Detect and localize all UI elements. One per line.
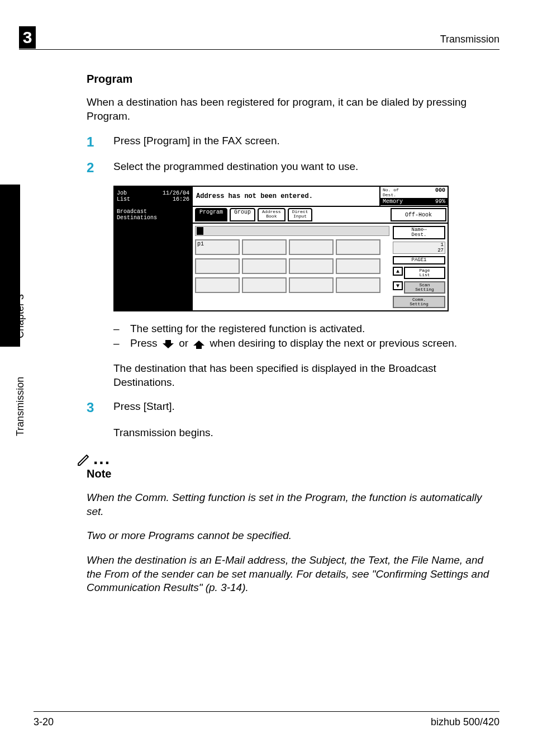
page-footer: 3-20 bizhub 500/420 bbox=[34, 711, 499, 728]
lcd-program-slot[interactable] bbox=[195, 258, 240, 274]
lcd-broadcast-label: Broadcast Destinations bbox=[115, 207, 193, 223]
lcd-page-up-button[interactable]: ▲ bbox=[393, 267, 403, 276]
lcd-program-slot[interactable] bbox=[289, 239, 334, 255]
after-bullets-paragraph: The destination that has been specified … bbox=[113, 362, 500, 389]
bullet-item: – The setting for the registered functio… bbox=[113, 322, 500, 336]
lcd-right-panel: Name↔ Dest. 1 27 PAGE1 ▲ Page List ▼ Sca… bbox=[392, 224, 448, 310]
lcd-tab-group[interactable]: Group bbox=[230, 208, 255, 221]
lcd-program-slot[interactable] bbox=[336, 258, 380, 274]
pencil-icon bbox=[75, 451, 91, 466]
lcd-datetime: 11/26/04 16:26 bbox=[163, 190, 189, 202]
bullet-1-text: The setting for the registered function … bbox=[130, 322, 500, 336]
running-header: Transmission bbox=[440, 34, 499, 45]
lcd-broadcast-panel bbox=[115, 224, 193, 310]
lcd-tab-program[interactable]: Program bbox=[195, 208, 227, 221]
lcd-program-slot[interactable] bbox=[242, 258, 287, 274]
lcd-program-slot[interactable] bbox=[336, 277, 380, 293]
side-label-section: Transmission bbox=[15, 377, 26, 436]
lcd-job-list[interactable]: Job List 11/26/04 16:26 bbox=[115, 187, 193, 206]
svg-rect-0 bbox=[165, 340, 171, 343]
step-2-text: Select the programmed destination you wa… bbox=[113, 160, 500, 174]
step-3-text: Press [Start]. bbox=[113, 400, 500, 414]
note-heading: Note bbox=[87, 467, 500, 480]
lcd-tab-direct-input[interactable]: Direct Input bbox=[288, 208, 313, 221]
lcd-program-grid: p1 bbox=[193, 224, 392, 310]
lcd-tab-row: Program Group Address Book Direct Input bbox=[193, 207, 389, 223]
svg-marker-2 bbox=[193, 341, 204, 346]
step-1: 1 Press [Program] in the FAX screen. bbox=[87, 134, 500, 150]
lcd-address-message: Address has not been entered. bbox=[193, 187, 380, 206]
step-3-result: Transmission begins. bbox=[113, 426, 500, 440]
lcd-program-slot[interactable] bbox=[289, 277, 334, 293]
lcd-off-hook-button[interactable]: Off-Hook bbox=[391, 208, 446, 221]
side-label-chapter: Chapter 3 bbox=[15, 294, 26, 338]
heading-program: Program bbox=[87, 73, 500, 86]
step-number-3: 3 bbox=[87, 400, 113, 415]
lcd-page-counter: 1 27 bbox=[393, 242, 445, 254]
lcd-name-dest-toggle[interactable]: Name↔ Dest. bbox=[393, 226, 445, 239]
svg-marker-1 bbox=[163, 343, 174, 348]
step-number-1: 1 bbox=[87, 134, 113, 150]
lcd-program-slot[interactable] bbox=[336, 239, 380, 255]
step-2: 2 Select the programmed destination you … bbox=[87, 160, 500, 176]
lcd-job-label: Job List bbox=[117, 190, 130, 202]
lcd-tab-address-book[interactable]: Address Book bbox=[258, 208, 285, 221]
note-icon: ... bbox=[75, 451, 500, 466]
lcd-dest-count: 000 bbox=[435, 187, 445, 197]
lcd-page-list-button[interactable]: Page List bbox=[404, 267, 445, 279]
note-2: Two or more Programs cannot be specified… bbox=[87, 529, 500, 543]
lcd-status-block: No. of Dest. 000 Memory 99% bbox=[380, 187, 448, 206]
lcd-memory-value: 99% bbox=[435, 199, 445, 205]
lcd-page-down-button[interactable]: ▼ bbox=[393, 281, 403, 290]
step-number-2: 2 bbox=[87, 160, 113, 176]
lcd-search-input[interactable] bbox=[195, 226, 389, 236]
main-content: Program When a destination has been regi… bbox=[87, 67, 500, 604]
lcd-memory-label: Memory bbox=[383, 199, 403, 205]
chapter-number-badge: 3 bbox=[19, 26, 36, 49]
lcd-program-slot[interactable] bbox=[242, 239, 287, 255]
lcd-dest-label: No. of Dest. bbox=[383, 187, 399, 197]
lcd-comm-setting-button[interactable]: Comm. Setting bbox=[393, 296, 445, 308]
lcd-program-slot[interactable] bbox=[242, 277, 287, 293]
bullet-item: – Press or when desiring to display the … bbox=[113, 336, 500, 351]
note-1: When the Comm. Setting function is set i… bbox=[87, 491, 500, 518]
lcd-program-slot[interactable] bbox=[195, 277, 240, 293]
intro-paragraph: When a destination has been registered f… bbox=[87, 96, 500, 123]
footer-model: bizhub 500/420 bbox=[431, 716, 499, 728]
svg-rect-3 bbox=[196, 346, 202, 349]
lcd-program-p1[interactable]: p1 bbox=[195, 239, 240, 255]
arrow-down-icon bbox=[160, 337, 176, 351]
note-3: When the destination is an E-Mail addres… bbox=[87, 554, 500, 595]
lcd-page-label[interactable]: PAGE1 bbox=[393, 256, 445, 264]
footer-page-number: 3-20 bbox=[34, 716, 54, 728]
lcd-scan-setting-button[interactable]: Scan Setting bbox=[404, 281, 445, 294]
header-rule bbox=[19, 49, 499, 50]
lcd-program-slot[interactable] bbox=[289, 258, 334, 274]
step-1-text: Press [Program] in the FAX screen. bbox=[113, 134, 500, 148]
bullet-list: – The setting for the registered functio… bbox=[113, 322, 500, 351]
step-3: 3 Press [Start]. bbox=[87, 400, 500, 415]
bullet-2-text: Press or when desiring to display the ne… bbox=[130, 336, 500, 351]
lcd-screenshot: Job List 11/26/04 16:26 Address has not … bbox=[113, 186, 449, 311]
arrow-up-icon bbox=[191, 337, 207, 351]
